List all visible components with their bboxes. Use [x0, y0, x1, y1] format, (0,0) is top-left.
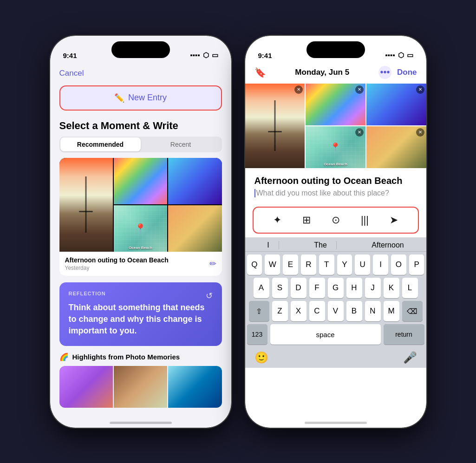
key-z[interactable]: Z: [272, 301, 288, 321]
highlights-section: 🌈 Highlights from Photo Memories: [59, 352, 222, 408]
key-x[interactable]: X: [291, 301, 306, 321]
refresh-icon[interactable]: ↺: [206, 291, 213, 301]
moment-details: Afternoon outing to Ocean Beach Yesterda…: [65, 256, 169, 271]
section-title: Select a Moment & Write: [50, 114, 231, 137]
new-entry-label: New Entry: [128, 93, 167, 103]
dynamic-island: [111, 41, 170, 58]
highlight-cell-3: [168, 366, 222, 408]
key-e[interactable]: E: [283, 254, 298, 275]
photo-cell-map: 📍 Ocean Beach: [114, 205, 167, 252]
key-q[interactable]: Q: [247, 254, 262, 275]
key-delete[interactable]: ⌫: [402, 301, 423, 321]
key-j[interactable]: J: [365, 278, 381, 298]
key-v[interactable]: V: [328, 301, 344, 321]
key-c[interactable]: C: [309, 301, 325, 321]
right-phone: 9:41 ▪▪▪▪ ⬡ ▭ 🔖 Monday, Jun 5 ••• Done: [245, 36, 426, 428]
close-photo-2[interactable]: ✕: [355, 85, 364, 94]
left-phone: 9:41 ▪▪▪▪ ⬡ ▭ Cancel ✏️ New Entry Select…: [50, 36, 231, 428]
key-p[interactable]: P: [409, 254, 424, 275]
keyboard-row-4: 123 space return: [245, 321, 426, 347]
highlights-header: 🌈 Highlights from Photo Memories: [59, 352, 222, 361]
right-screen: 9:41 ▪▪▪▪ ⬡ ▭ 🔖 Monday, Jun 5 ••• Done: [245, 36, 426, 428]
r-photo-large: ✕: [245, 84, 305, 168]
key-o[interactable]: O: [391, 254, 406, 275]
keyboard-row-3: ⇧ Z X C V B N M ⌫: [245, 298, 426, 321]
left-home-indicator: [110, 422, 172, 424]
left-time: 9:41: [63, 52, 77, 59]
key-g[interactable]: G: [328, 278, 344, 298]
key-d[interactable]: D: [291, 278, 306, 298]
photo-cell-bot-right: [168, 205, 222, 252]
dictation-icon[interactable]: 🎤: [403, 351, 417, 364]
key-shift[interactable]: ⇧: [249, 301, 269, 321]
predict-1[interactable]: I: [258, 241, 279, 249]
left-status-right: ▪▪▪▪ ⬡ ▭: [190, 51, 218, 59]
cancel-button[interactable]: Cancel: [50, 63, 231, 82]
key-y[interactable]: Y: [337, 254, 352, 275]
gallery-toolbar-icon[interactable]: ⊞: [302, 214, 311, 226]
photo-cell-top-mid: [114, 158, 167, 204]
predictive-bar: I The Afternoon: [245, 237, 426, 252]
close-photo-4[interactable]: ✕: [355, 128, 364, 137]
keyboard-row-2: A S D F G H J K L: [245, 275, 426, 298]
right-time: 9:41: [258, 52, 272, 59]
photo-cell-top-right: [168, 158, 222, 204]
tab-bar: Recommended Recent: [59, 137, 222, 152]
photos-icon: 🌈: [59, 352, 69, 361]
left-battery-icon: ▭: [212, 51, 218, 59]
key-return[interactable]: return: [384, 324, 424, 345]
key-i[interactable]: I: [373, 254, 388, 275]
magic-toolbar-icon[interactable]: ✦: [273, 214, 281, 226]
right-home-indicator: [305, 422, 367, 424]
key-h[interactable]: H: [346, 278, 362, 298]
key-num[interactable]: 123: [247, 324, 267, 345]
reflection-text: Think about something that needs to chan…: [69, 302, 213, 337]
done-button[interactable]: Done: [397, 68, 417, 77]
tab-recommended[interactable]: Recommended: [60, 137, 141, 151]
camera-toolbar-icon[interactable]: ⊙: [332, 214, 340, 226]
entry-prompt: What did you most like about this place?: [245, 189, 426, 207]
right-battery-icon: ▭: [407, 51, 413, 59]
predict-3[interactable]: Afternoon: [362, 241, 413, 249]
reflection-card[interactable]: REFLECTION ↺ Think about something that …: [59, 282, 222, 346]
key-w[interactable]: W: [265, 254, 280, 275]
moment-date: Yesterday: [65, 265, 169, 271]
right-photo-grid: ✕ ✕ ✕ 📍 Ocean Beach ✕: [245, 84, 426, 168]
send-toolbar-icon[interactable]: ➤: [390, 214, 398, 226]
key-r[interactable]: R: [301, 254, 316, 275]
close-photo-3[interactable]: ✕: [416, 85, 424, 94]
more-button[interactable]: •••: [378, 66, 391, 79]
key-u[interactable]: U: [355, 254, 370, 275]
key-n[interactable]: N: [365, 301, 381, 321]
close-photo-1[interactable]: ✕: [294, 85, 303, 94]
key-m[interactable]: M: [384, 301, 399, 321]
predict-2[interactable]: The: [305, 241, 337, 249]
moment-card[interactable]: 📍 Ocean Beach Afternoon outing to Ocean …: [59, 158, 222, 276]
keyboard-area: I The Afternoon Q W E R T Y U I O P A S: [245, 237, 426, 368]
map-label: Ocean Beach: [114, 246, 167, 250]
key-k[interactable]: K: [384, 278, 399, 298]
tab-recent[interactable]: Recent: [141, 137, 221, 151]
entry-toolbar: ✦ ⊞ ⊙ ||| ➤: [253, 207, 419, 234]
r-photo-bot-right: ✕: [366, 126, 426, 168]
key-s[interactable]: S: [272, 278, 288, 298]
r-photo-top-mid: ✕: [306, 84, 365, 125]
highlight-cell-1: [59, 366, 113, 408]
emoji-icon[interactable]: 🙂: [254, 351, 268, 364]
key-a[interactable]: A: [254, 278, 269, 298]
r-map-label: Ocean Beach: [306, 162, 365, 166]
key-f[interactable]: F: [309, 278, 325, 298]
new-entry-button[interactable]: ✏️ New Entry: [59, 85, 222, 111]
key-b[interactable]: B: [346, 301, 362, 321]
key-l[interactable]: L: [402, 278, 418, 298]
edit-icon[interactable]: ✏: [209, 259, 216, 269]
key-t[interactable]: T: [319, 254, 334, 275]
header-right: ••• Done: [378, 66, 417, 79]
key-space[interactable]: space: [270, 324, 381, 345]
bookmark-icon[interactable]: 🔖: [254, 67, 266, 78]
right-wifi-icon: ⬡: [398, 51, 404, 59]
audio-toolbar-icon[interactable]: |||: [361, 214, 369, 226]
close-photo-5[interactable]: ✕: [416, 128, 424, 137]
right-status-right: ▪▪▪▪ ⬡ ▭: [385, 51, 413, 59]
new-entry-icon: ✏️: [114, 93, 124, 103]
